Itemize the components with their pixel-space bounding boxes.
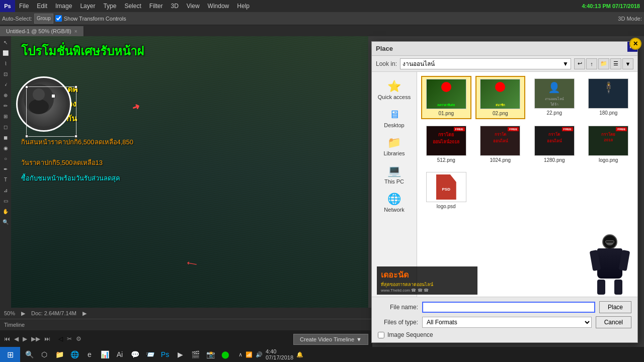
taskbar-green-icon[interactable]: ⬤: [218, 347, 232, 361]
file-180[interactable]: 🕴 180.png: [584, 76, 634, 119]
selection-center-handle[interactable]: [51, 94, 55, 98]
tool-text[interactable]: T: [1, 174, 11, 185]
file-area: ลดราคาพิเศษ 01.png สมาชิก 02.png: [417, 72, 637, 297]
tool-zoom[interactable]: 🔍: [1, 217, 11, 227]
close-icon: ✕: [633, 40, 638, 47]
systray-arrow[interactable]: ∧: [238, 351, 243, 358]
lookin-dropdown[interactable]: งานออนไลน์ ▼: [400, 58, 571, 69]
tab-close-btn[interactable]: ×: [74, 29, 77, 34]
menu-image[interactable]: Image: [51, 0, 76, 12]
tool-eraser[interactable]: ◻: [1, 122, 11, 132]
taskbar-cortana-icon[interactable]: ⬡: [37, 347, 51, 361]
thumb-1280: FREE กราโดออนไลน์: [534, 126, 575, 156]
tool-gradient[interactable]: ◼: [1, 132, 11, 142]
menu-3d[interactable]: 3D: [167, 0, 182, 12]
tool-crop[interactable]: ⊡: [1, 69, 11, 79]
file-1280[interactable]: FREE กราโดออนไลน์ 1280.png: [529, 123, 580, 165]
timeline-play[interactable]: ▶: [23, 335, 27, 342]
menu-help[interactable]: Help: [233, 0, 254, 12]
taskbar-illustrator-icon[interactable]: Ai: [113, 347, 127, 361]
menubar: Ps File Edit Image Layer Type Select Fil…: [0, 0, 644, 12]
image-sequence-checkbox[interactable]: [378, 332, 384, 338]
nav-network[interactable]: 🌐 Network: [374, 190, 415, 216]
tool-hand[interactable]: ✋: [1, 206, 11, 216]
tool-path[interactable]: ⊿: [1, 185, 11, 195]
taskbar-search-icon[interactable]: 🔍: [22, 347, 36, 361]
systray-network[interactable]: 📶: [246, 351, 253, 358]
tab-untitled1[interactable]: Untitled-1 @ 50% (RGB/8) ×: [0, 26, 84, 36]
menu-window[interactable]: Window: [204, 0, 233, 12]
tool-dodge[interactable]: ○: [1, 153, 11, 163]
menu-layer[interactable]: Layer: [76, 0, 99, 12]
place-button[interactable]: Place: [599, 301, 631, 313]
cancel-button[interactable]: Cancel: [596, 316, 631, 328]
menu-select[interactable]: Select: [120, 0, 145, 12]
taskbar-another-icon[interactable]: 📸: [203, 347, 217, 361]
file-logo[interactable]: FREE กราโดย2018 logo.png: [584, 123, 634, 165]
taskbar-edge-icon[interactable]: e: [83, 347, 97, 361]
taskbar-line-icon[interactable]: 💬: [128, 347, 142, 361]
dropdown-arrow-icon[interactable]: ▼: [356, 336, 362, 342]
tool-eyedrop[interactable]: 𝒾: [1, 79, 11, 89]
menu-edit[interactable]: Edit: [33, 0, 51, 12]
timeline-cut[interactable]: ✂: [67, 335, 72, 342]
file-1280-name: 1280.png: [544, 157, 565, 163]
tool-lasso[interactable]: ⌇: [1, 58, 11, 68]
systray-clock: 4:4007/17/2018: [266, 348, 293, 360]
start-button[interactable]: ⊞: [0, 347, 20, 362]
place-close-button[interactable]: ✕: [629, 38, 641, 50]
tool-shape[interactable]: ▭: [1, 196, 11, 206]
notification-icon[interactable]: 🔔: [296, 351, 303, 358]
taskbar-files-icon[interactable]: 📁: [52, 347, 66, 361]
tool-select[interactable]: ⬜: [1, 48, 11, 58]
tool-move[interactable]: ↖: [1, 37, 11, 47]
nav-quick-access[interactable]: ⭐ Quick access: [374, 77, 415, 103]
file-1024-name: 1024.png: [490, 157, 511, 163]
menu-view[interactable]: View: [183, 0, 204, 12]
tool-brush[interactable]: ✏: [1, 101, 11, 111]
nav-this-pc[interactable]: 💻 This PC: [374, 161, 415, 188]
taskbar-messenger-icon[interactable]: 📨: [143, 347, 157, 361]
lookin-new-folder-btn[interactable]: 📁: [598, 58, 609, 69]
timeline-prev[interactable]: ◀: [14, 335, 19, 342]
timeline-next[interactable]: ▶▶: [31, 335, 40, 342]
show-transform-checkbox[interactable]: [55, 15, 62, 22]
taskbar-chrome-icon[interactable]: 🌐: [67, 347, 82, 361]
forward-icon[interactable]: ▶: [83, 310, 87, 317]
lookin-view-btn[interactable]: ☰: [610, 58, 621, 69]
lookin-view-dropdown[interactable]: ▼: [622, 58, 633, 69]
filename-input[interactable]: [422, 302, 595, 313]
file-logopsd[interactable]: PSD logo.psd: [421, 169, 471, 212]
place-body: ⭐ Quick access 🖥 Desktop 📁 Libraries 💻 T…: [372, 72, 637, 297]
systray-volume[interactable]: 🔊: [256, 351, 263, 358]
zoom-icon[interactable]: ▶: [21, 310, 25, 317]
taskbar-media-icon[interactable]: ▶: [173, 347, 187, 361]
menu-type[interactable]: Type: [99, 0, 120, 12]
timeline-settings[interactable]: ⚙: [76, 335, 82, 342]
file-01[interactable]: ลดราคาพิเศษ 01.png: [421, 76, 471, 119]
taskbar-task-manager-icon[interactable]: 📊: [98, 347, 112, 361]
menu-filter[interactable]: Filter: [145, 0, 167, 12]
taskbar-photoshop-icon[interactable]: Ps: [158, 347, 172, 361]
taskbar-video-icon[interactable]: 🎬: [188, 347, 202, 361]
timeline-skip-end[interactable]: ⏭: [44, 335, 50, 342]
nav-libraries[interactable]: 📁 Libraries: [374, 133, 415, 159]
menu-file[interactable]: File: [15, 0, 33, 12]
timeline-skip-start[interactable]: ⏮: [4, 335, 10, 342]
group-dropdown[interactable]: Group: [34, 14, 53, 24]
timeline-frame-back[interactable]: ◁: [58, 335, 63, 342]
tool-clone[interactable]: ⊞: [1, 111, 11, 121]
nav-desktop[interactable]: 🖥 Desktop: [374, 105, 415, 131]
tool-heal[interactable]: ⊕: [1, 90, 11, 100]
create-video-timeline-btn[interactable]: Create Video Timeline ▼: [293, 334, 368, 345]
file-1024[interactable]: FREE กราโดออนไลน์ 1024.png: [475, 123, 526, 165]
file-512[interactable]: FREE กราโดยออนไลน์2018 512.png: [421, 123, 471, 165]
tool-blur[interactable]: ◉: [1, 143, 11, 153]
lookin-back-btn[interactable]: ↩: [574, 58, 585, 69]
lookin-up-btn[interactable]: ↑: [586, 58, 597, 69]
filetype-dropdown[interactable]: All Formats: [422, 317, 592, 328]
file-22[interactable]: 👤 งานออนไลน์ใต้จ้า 22.png: [529, 76, 580, 119]
tool-pen[interactable]: ✒: [1, 164, 11, 174]
file-02[interactable]: สมาชิก 02.png: [475, 76, 526, 119]
timeline-label: Timeline: [4, 322, 25, 328]
